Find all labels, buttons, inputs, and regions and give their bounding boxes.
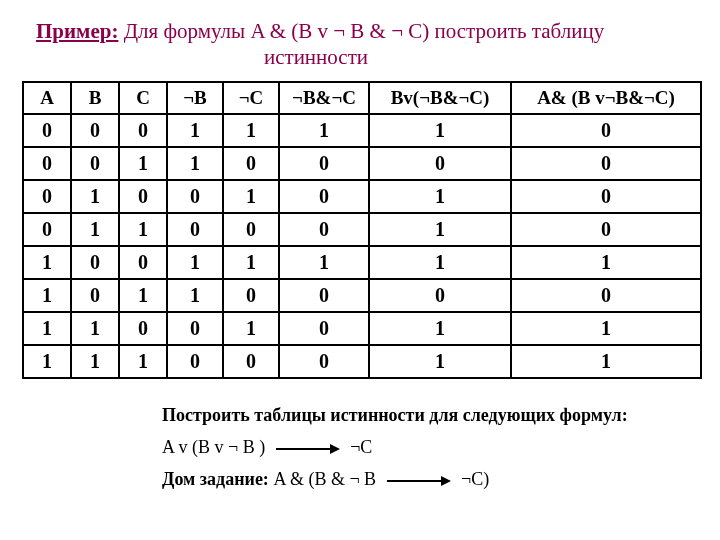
cell: 1 — [167, 246, 223, 279]
cell: 0 — [167, 312, 223, 345]
cell: 0 — [511, 180, 701, 213]
cell: 1 — [71, 345, 119, 378]
page: Пример: Для формулы A & (B v ¬ B & ¬ C) … — [0, 0, 720, 540]
cell: 0 — [71, 114, 119, 147]
homework-formula-right: ¬C) — [461, 469, 489, 489]
cell: 1 — [279, 114, 369, 147]
cell: 0 — [119, 114, 167, 147]
cell: 0 — [511, 147, 701, 180]
cell: 1 — [71, 180, 119, 213]
task-formula-1: A v (B v ¬ B ) ¬C — [162, 431, 698, 463]
cell: 1 — [119, 279, 167, 312]
cell: 1 — [369, 114, 511, 147]
page-title: Пример: Для формулы A & (B v ¬ B & ¬ C) … — [36, 18, 698, 71]
table-row: 0 0 0 1 1 1 1 0 — [23, 114, 701, 147]
homework-formula-left: A & (B & ¬ B — [273, 469, 376, 489]
tasks-block: Построить таблицы истинности для следующ… — [162, 399, 698, 496]
cell: 0 — [223, 213, 279, 246]
cell: 1 — [71, 213, 119, 246]
cell: 1 — [167, 279, 223, 312]
table-row: 1 1 0 0 1 0 1 1 — [23, 312, 701, 345]
cell: 0 — [71, 147, 119, 180]
cell: 0 — [71, 246, 119, 279]
cell: 0 — [23, 213, 71, 246]
table-row: 0 1 1 0 0 0 1 0 — [23, 213, 701, 246]
formula-right: ¬C — [350, 437, 372, 457]
cell: 1 — [71, 312, 119, 345]
cell: 0 — [223, 147, 279, 180]
cell: 1 — [369, 312, 511, 345]
truth-table: A B C ¬B ¬C ¬B&¬C Bv(¬B&¬C) A& (B v¬B&¬C… — [22, 81, 702, 379]
cell: 0 — [223, 345, 279, 378]
cell: 0 — [23, 180, 71, 213]
example-label: Пример: — [36, 19, 118, 43]
cell: 1 — [511, 345, 701, 378]
table-row: 0 0 1 1 0 0 0 0 — [23, 147, 701, 180]
cell: 0 — [23, 114, 71, 147]
cell: 0 — [511, 279, 701, 312]
cell: 1 — [279, 246, 369, 279]
cell: 1 — [223, 180, 279, 213]
arrow-icon — [387, 474, 451, 488]
cell: 0 — [71, 279, 119, 312]
cell: 1 — [23, 345, 71, 378]
cell: 1 — [167, 114, 223, 147]
cell: 1 — [119, 213, 167, 246]
cell: 0 — [119, 246, 167, 279]
cell: 0 — [167, 180, 223, 213]
col-header: B — [71, 82, 119, 114]
cell: 1 — [369, 345, 511, 378]
formula-left: A v (B v ¬ B ) — [162, 437, 265, 457]
cell: 0 — [119, 180, 167, 213]
col-header: A& (B v¬B&¬C) — [511, 82, 701, 114]
title-line-1: Пример: Для формулы A & (B v ¬ B & ¬ C) … — [36, 18, 698, 44]
col-header: ¬B — [167, 82, 223, 114]
cell: 0 — [279, 312, 369, 345]
cell: 0 — [369, 147, 511, 180]
col-header: ¬B&¬C — [279, 82, 369, 114]
table-body: 0 0 0 1 1 1 1 0 0 0 1 1 0 0 0 0 0 1 — [23, 114, 701, 378]
cell: 0 — [279, 213, 369, 246]
cell: 0 — [511, 114, 701, 147]
table-row: 1 1 1 0 0 0 1 1 — [23, 345, 701, 378]
table-head: A B C ¬B ¬C ¬B&¬C Bv(¬B&¬C) A& (B v¬B&¬C… — [23, 82, 701, 114]
cell: 0 — [167, 345, 223, 378]
tasks-heading: Построить таблицы истинности для следующ… — [162, 399, 698, 431]
cell: 1 — [369, 246, 511, 279]
cell: 1 — [369, 180, 511, 213]
table-row: 1 0 1 1 0 0 0 0 — [23, 279, 701, 312]
cell: 0 — [23, 147, 71, 180]
col-header: A — [23, 82, 71, 114]
col-header: C — [119, 82, 167, 114]
cell: 0 — [167, 213, 223, 246]
cell: 1 — [119, 345, 167, 378]
cell: 1 — [223, 114, 279, 147]
cell: 0 — [279, 147, 369, 180]
cell: 1 — [223, 246, 279, 279]
homework-label: Дом задание: — [162, 469, 269, 489]
homework-line: Дом задание: A & (B & ¬ B ¬C) — [162, 463, 698, 495]
cell: 1 — [511, 246, 701, 279]
cell: 1 — [23, 246, 71, 279]
cell: 1 — [23, 312, 71, 345]
table-header-row: A B C ¬B ¬C ¬B&¬C Bv(¬B&¬C) A& (B v¬B&¬C… — [23, 82, 701, 114]
cell: 1 — [167, 147, 223, 180]
col-header: ¬C — [223, 82, 279, 114]
table-row: 0 1 0 0 1 0 1 0 — [23, 180, 701, 213]
cell: 1 — [119, 147, 167, 180]
cell: 0 — [279, 180, 369, 213]
table-row: 1 0 0 1 1 1 1 1 — [23, 246, 701, 279]
cell: 0 — [279, 279, 369, 312]
cell: 0 — [223, 279, 279, 312]
arrow-icon — [276, 442, 340, 456]
cell: 0 — [119, 312, 167, 345]
cell: 0 — [279, 345, 369, 378]
cell: 1 — [223, 312, 279, 345]
cell: 1 — [369, 213, 511, 246]
cell: 0 — [369, 279, 511, 312]
title-rest: Для формулы A & (B v ¬ B & ¬ C) построит… — [118, 19, 604, 43]
cell: 0 — [511, 213, 701, 246]
col-header: Bv(¬B&¬C) — [369, 82, 511, 114]
cell: 1 — [511, 312, 701, 345]
cell: 1 — [23, 279, 71, 312]
